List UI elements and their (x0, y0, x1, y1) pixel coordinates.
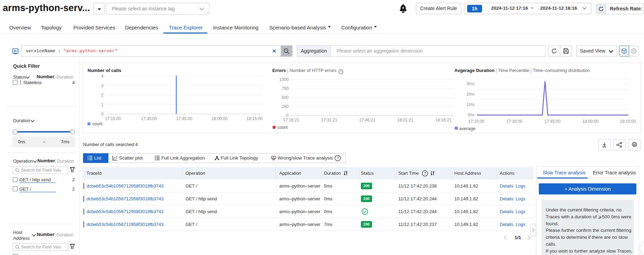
svg-text:?: ? (424, 171, 426, 175)
svg-text:?: ? (340, 70, 342, 73)
svg-text:?: ? (337, 156, 339, 160)
